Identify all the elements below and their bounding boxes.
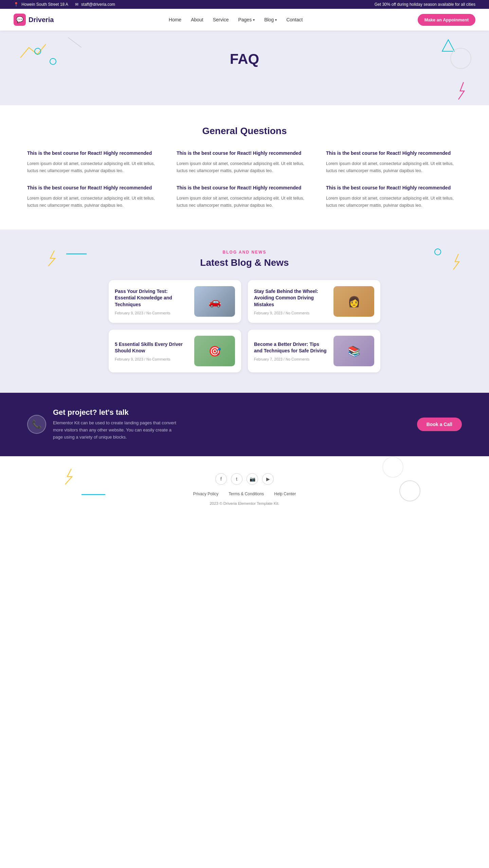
nav-pages-dropdown[interactable]: Pages ▾ bbox=[238, 17, 255, 22]
faq-grid: This is the best course for React! Highl… bbox=[27, 150, 462, 209]
hero-section: FAQ bbox=[0, 31, 489, 105]
faq-section: General Questions This is the best cours… bbox=[0, 105, 489, 229]
logo-icon: 💬 bbox=[14, 14, 26, 26]
footer: f t 📷 ▶ Privacy PolicyTerms & Conditions… bbox=[0, 456, 489, 516]
blog-card[interactable]: Stay Safe Behind the Wheel: Avoiding Com… bbox=[248, 280, 380, 323]
footer-links: Privacy PolicyTerms & ConditionsHelp Cen… bbox=[7, 492, 482, 496]
chevron-down-icon: ▾ bbox=[253, 18, 255, 22]
deco-lightning-br bbox=[457, 81, 467, 100]
email-icon: ✉ bbox=[75, 2, 78, 7]
faq-item: This is the best course for React! Highl… bbox=[27, 150, 163, 174]
faq-item: This is the best course for React! Highl… bbox=[27, 185, 163, 209]
nav-home[interactable]: Home bbox=[169, 17, 181, 22]
faq-item-body: Lorem ipsum dolor sit amet, consectetur … bbox=[326, 195, 462, 209]
footer-link[interactable]: Privacy Policy bbox=[193, 492, 219, 496]
blog-post-image: 🎯 bbox=[194, 336, 235, 366]
faq-item: This is the best course for React! Highl… bbox=[177, 185, 312, 209]
blog-card-text: Become a Better Driver: Tips and Techniq… bbox=[254, 341, 328, 361]
twitter-icon[interactable]: t bbox=[231, 473, 242, 485]
faq-item-title: This is the best course for React! Highl… bbox=[177, 150, 312, 157]
blog-post-meta: February 9, 2023 / No Comments bbox=[115, 357, 189, 361]
cta-body: Elementor Kit can be used to create land… bbox=[53, 420, 182, 441]
cta-title: Get project? let's talk bbox=[53, 408, 182, 417]
faq-item-body: Lorem ipsum dolor sit amet, consectetur … bbox=[177, 160, 312, 175]
nav-contact[interactable]: Contact bbox=[286, 17, 303, 22]
top-bar: 📍 Howein South Street 18 A ✉ staff@drive… bbox=[0, 0, 489, 9]
blog-post-title: Become a Better Driver: Tips and Techniq… bbox=[254, 341, 328, 354]
chevron-down-icon: ▾ bbox=[275, 18, 277, 22]
faq-item: This is the best course for React! Highl… bbox=[326, 185, 462, 209]
blog-card-text: Pass Your Driving Test: Essential Knowle… bbox=[115, 288, 189, 315]
blog-card[interactable]: Become a Better Driver: Tips and Techniq… bbox=[248, 330, 380, 372]
blog-card[interactable]: Pass Your Driving Test: Essential Knowle… bbox=[109, 280, 241, 323]
nav-links: Home About Service Pages ▾ Blog ▾ Contac… bbox=[169, 17, 303, 22]
cta-left: 📞 Get project? let's talk Elementor Kit … bbox=[27, 408, 182, 441]
location-icon: 📍 bbox=[14, 2, 19, 7]
blog-img-placeholder: 🎯 bbox=[194, 336, 235, 366]
faq-item-title: This is the best course for React! Highl… bbox=[326, 150, 462, 157]
footer-link[interactable]: Help Center bbox=[274, 492, 296, 496]
faq-title: General Questions bbox=[27, 126, 462, 136]
faq-item: This is the best course for React! Highl… bbox=[177, 150, 312, 174]
faq-item-body: Lorem ipsum dolor sit amet, consectetur … bbox=[27, 195, 163, 209]
nav-about[interactable]: About bbox=[191, 17, 203, 22]
svg-line-2 bbox=[68, 37, 82, 48]
faq-item-title: This is the best course for React! Highl… bbox=[177, 185, 312, 191]
blog-section: BLOG AND NEWS Latest Blog & News Pass Yo… bbox=[0, 229, 489, 393]
blog-post-title: Stay Safe Behind the Wheel: Avoiding Com… bbox=[254, 288, 328, 308]
blog-post-meta: February 9, 2023 / No Comments bbox=[254, 311, 328, 315]
instagram-icon[interactable]: 📷 bbox=[247, 473, 258, 485]
blog-img-placeholder: 👩 bbox=[333, 286, 374, 317]
address-item: 📍 Howein South Street 18 A bbox=[14, 2, 68, 7]
deco-triangle-tr bbox=[441, 39, 455, 53]
footer-copy: 2023 © Driveria Elementor Template Kit. bbox=[7, 501, 482, 505]
blog-post-image: 📚 bbox=[333, 336, 374, 366]
footer-link[interactable]: Terms & Conditions bbox=[229, 492, 264, 496]
facebook-icon[interactable]: f bbox=[215, 473, 227, 485]
blog-post-meta: February 9, 2023 / No Comments bbox=[115, 311, 189, 315]
faq-item-body: Lorem ipsum dolor sit amet, consectetur … bbox=[177, 195, 312, 209]
faq-item-title: This is the best course for React! Highl… bbox=[27, 185, 163, 191]
blog-post-image: 👩 bbox=[333, 286, 374, 317]
blog-post-meta: February 7, 2023 / No Comments bbox=[254, 357, 328, 361]
footer-social: f t 📷 ▶ bbox=[7, 473, 482, 485]
youtube-icon[interactable]: ▶ bbox=[262, 473, 274, 485]
blog-img-placeholder: 🚗 bbox=[194, 286, 235, 317]
blog-post-title: Pass Your Driving Test: Essential Knowle… bbox=[115, 288, 189, 308]
cta-section: 📞 Get project? let's talk Elementor Kit … bbox=[0, 393, 489, 456]
blog-post-image: 🚗 bbox=[194, 286, 235, 317]
navbar: 💬 Driveria Home About Service Pages ▾ Bl… bbox=[0, 9, 489, 31]
faq-item-title: This is the best course for React! Highl… bbox=[27, 150, 163, 157]
promo-text: Get 30% off during holiday season availa… bbox=[375, 2, 475, 7]
blog-label: BLOG AND NEWS bbox=[20, 250, 469, 255]
top-bar-left: 📍 Howein South Street 18 A ✉ staff@drive… bbox=[14, 2, 115, 7]
blog-card-text: Stay Safe Behind the Wheel: Avoiding Com… bbox=[254, 288, 328, 315]
book-call-button[interactable]: Book a Call bbox=[417, 418, 462, 431]
appointment-button[interactable]: Make an Appoinment bbox=[418, 14, 475, 26]
blog-card-text: 5 Essential Skills Every Driver Should K… bbox=[115, 341, 189, 361]
blog-grid: Pass Your Driving Test: Essential Knowle… bbox=[109, 280, 380, 372]
faq-item-title: This is the best course for React! Highl… bbox=[326, 185, 462, 191]
faq-item-body: Lorem ipsum dolor sit amet, consectetur … bbox=[27, 160, 163, 175]
hero-title: FAQ bbox=[7, 51, 482, 67]
cta-text: Get project? let's talk Elementor Kit ca… bbox=[53, 408, 182, 441]
cta-icon: 📞 bbox=[27, 415, 46, 434]
deco-line-tl bbox=[68, 37, 82, 48]
faq-item-body: Lorem ipsum dolor sit amet, consectetur … bbox=[326, 160, 462, 175]
nav-service[interactable]: Service bbox=[213, 17, 229, 22]
nav-blog-dropdown[interactable]: Blog ▾ bbox=[264, 17, 277, 22]
blog-post-title: 5 Essential Skills Every Driver Should K… bbox=[115, 341, 189, 354]
blog-card[interactable]: 5 Essential Skills Every Driver Should K… bbox=[109, 330, 241, 372]
svg-marker-3 bbox=[442, 40, 454, 51]
logo[interactable]: 💬 Driveria bbox=[14, 14, 54, 26]
faq-item: This is the best course for React! Highl… bbox=[326, 150, 462, 174]
blog-title: Latest Blog & News bbox=[20, 257, 469, 268]
email-item: ✉ staff@driveria.com bbox=[75, 2, 115, 7]
blog-img-placeholder: 📚 bbox=[333, 336, 374, 366]
